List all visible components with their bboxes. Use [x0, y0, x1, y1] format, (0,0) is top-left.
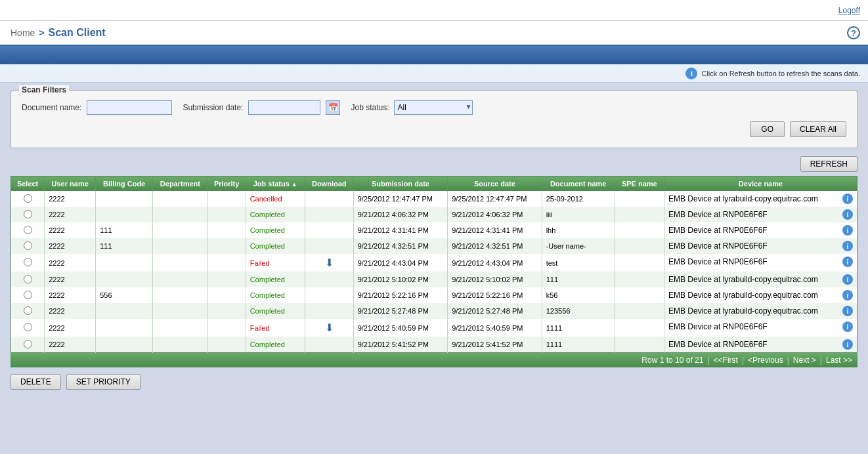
billing-code-cell	[96, 272, 153, 287]
info-message: Click on Refresh button to refresh the s…	[701, 70, 860, 77]
row-radio[interactable]	[24, 306, 32, 315]
username-cell: 2222	[45, 222, 96, 238]
download-cell	[305, 238, 353, 254]
table-header-row: Select User name Billing Code Department…	[11, 176, 857, 192]
priority-cell	[207, 319, 246, 337]
device-name-cell: EMB Device at RNP0E6F6Fi	[664, 254, 857, 270]
bottom-actions: DELETE SET PRIORITY	[11, 374, 857, 390]
col-department[interactable]: Department	[153, 176, 208, 192]
row-info-icon[interactable]: i	[842, 194, 853, 204]
department-cell	[153, 222, 208, 238]
row-info-icon[interactable]: i	[842, 209, 853, 220]
download-icon[interactable]: ⬇	[309, 257, 349, 269]
row-info-icon[interactable]: i	[842, 241, 853, 251]
username-cell: 2222	[45, 319, 96, 337]
job-status-select[interactable]: All Completed Failed Cancelled	[394, 100, 473, 115]
job-status-cell: Cancelled	[246, 191, 305, 207]
next-page-link[interactable]: Next >	[793, 356, 816, 365]
job-status-cell: Completed	[246, 222, 305, 238]
delete-button[interactable]: DELETE	[11, 374, 61, 390]
row-radio[interactable]	[24, 258, 32, 266]
logoff-link[interactable]: Logoff	[838, 6, 860, 15]
col-download[interactable]: Download	[305, 176, 353, 192]
clear-all-button[interactable]: CLEAR All	[790, 121, 846, 137]
device-name-cell: EMB Device at RNP0E6F6Fi	[664, 238, 857, 254]
job-status-cell: Completed	[246, 272, 305, 287]
set-priority-button[interactable]: SET PRIORITY	[66, 374, 141, 390]
row-radio[interactable]	[24, 210, 32, 218]
document-name-cell: 1111	[542, 319, 615, 337]
col-source-date[interactable]: Source date	[448, 176, 542, 192]
col-submission-date[interactable]: Submission date	[353, 176, 448, 192]
row-info-icon[interactable]: i	[842, 290, 853, 300]
department-cell	[153, 191, 208, 207]
row-info-icon[interactable]: i	[842, 321, 853, 332]
breadcrumb-separator: >	[39, 28, 44, 38]
row-radio[interactable]	[24, 226, 32, 234]
department-cell	[153, 207, 208, 222]
row-info-icon[interactable]: i	[842, 339, 853, 350]
calendar-icon[interactable]: 📅	[326, 100, 340, 115]
row-info-icon[interactable]: i	[842, 225, 853, 236]
refresh-button[interactable]: REFRESH	[800, 156, 857, 172]
source-date-cell: 9/21/2012 4:43:04 PM	[448, 254, 542, 272]
device-name-cell: EMB Device at RNP0E6F6Fi	[664, 207, 857, 222]
department-cell	[153, 272, 208, 287]
submission-date-cell: 9/21/2012 5:41:52 PM	[353, 337, 448, 353]
row-radio[interactable]	[24, 323, 32, 331]
breadcrumb-home[interactable]: Home	[11, 28, 35, 38]
job-status-select-wrapper: All Completed Failed Cancelled ▼	[394, 100, 473, 115]
filters-actions: GO CLEAR All	[22, 121, 846, 137]
row-radio[interactable]	[24, 340, 32, 348]
help-icon[interactable]: ?	[847, 26, 860, 39]
source-date-cell: 9/21/2012 5:40:59 PM	[448, 319, 542, 337]
row-radio[interactable]	[24, 275, 32, 283]
col-device-name[interactable]: Device name	[664, 176, 857, 192]
download-cell	[305, 303, 353, 319]
submission-date-label: Submission date:	[183, 103, 243, 112]
spe-name-cell	[615, 254, 664, 272]
billing-code-cell	[96, 319, 153, 337]
submission-date-cell: 9/21/2012 5:10:02 PM	[353, 272, 448, 287]
row-radio[interactable]	[24, 291, 32, 299]
prev-page-link[interactable]: <Previous	[748, 356, 783, 365]
col-priority[interactable]: Priority	[207, 176, 246, 192]
last-page-link[interactable]: Last >>	[826, 356, 852, 365]
row-info-icon[interactable]: i	[842, 257, 853, 267]
col-spe-name[interactable]: SPE name	[615, 176, 664, 192]
download-icon[interactable]: ⬇	[309, 321, 349, 334]
blue-stripe-decoration	[0, 46, 868, 64]
row-radio[interactable]	[24, 194, 32, 203]
table-row: 2222Completed9/21/2012 5:10:02 PM9/21/20…	[11, 272, 857, 287]
priority-cell	[207, 254, 246, 272]
table-row: 2222111Completed9/21/2012 4:32:51 PM9/21…	[11, 238, 857, 254]
spe-name-cell	[615, 222, 664, 238]
submission-date-input[interactable]	[248, 100, 320, 115]
job-status-cell: Completed	[246, 238, 305, 254]
first-page-link[interactable]: <<First	[714, 356, 738, 365]
row-radio[interactable]	[24, 241, 32, 250]
scan-results-table: Select User name Billing Code Department…	[11, 176, 857, 353]
download-cell	[305, 287, 353, 303]
submission-date-cell: 9/21/2012 4:43:04 PM	[353, 254, 448, 272]
col-select[interactable]: Select	[11, 176, 45, 192]
source-date-cell: 9/21/2012 4:06:32 PM	[448, 207, 542, 222]
row-info-icon[interactable]: i	[842, 306, 853, 316]
col-document-name[interactable]: Document name	[542, 176, 615, 192]
doc-name-input[interactable]	[87, 100, 172, 115]
username-cell: 2222	[45, 287, 96, 303]
username-cell: 2222	[45, 303, 96, 319]
row-info-icon[interactable]: i	[842, 274, 853, 285]
priority-cell	[207, 272, 246, 287]
billing-code-cell: 556	[96, 287, 153, 303]
download-cell[interactable]: ⬇	[305, 319, 353, 337]
col-job-status[interactable]: Job status ▲	[246, 176, 305, 192]
go-button[interactable]: GO	[750, 121, 785, 137]
job-status-cell: Failed	[246, 319, 305, 337]
col-billing-code[interactable]: Billing Code	[96, 176, 153, 192]
col-username[interactable]: User name	[45, 176, 96, 192]
spe-name-cell	[615, 238, 664, 254]
download-cell[interactable]: ⬇	[305, 254, 353, 272]
source-date-cell: 9/21/2012 5:10:02 PM	[448, 272, 542, 287]
spe-name-cell	[615, 319, 664, 337]
